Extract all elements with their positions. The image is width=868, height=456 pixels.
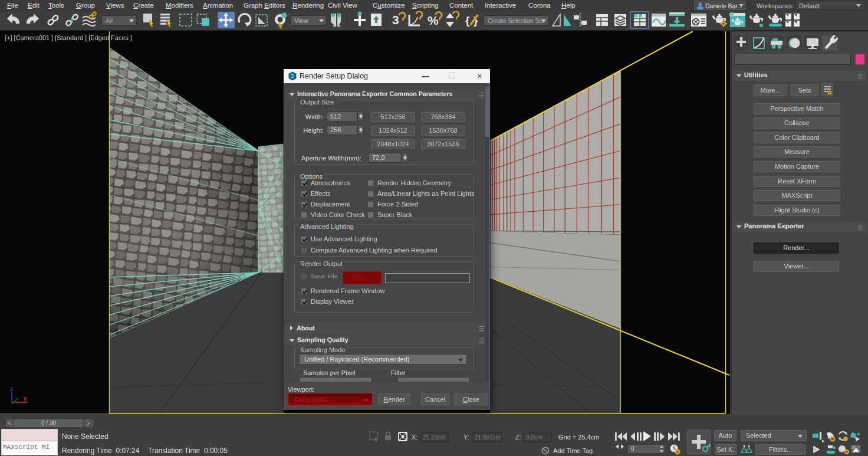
svg-text:%: %	[428, 14, 439, 27]
svg-text:[+] [Camera001 ] [Standard ] [: [+] [Camera001 ] [Standard ] [Edged Face…	[5, 34, 132, 41]
svg-text:x: x	[24, 395, 27, 402]
svg-text:3: 3	[392, 13, 399, 27]
svg-text:{: {	[465, 14, 469, 27]
svg-text:3: 3	[291, 73, 294, 80]
svg-text:z: z	[10, 386, 13, 392]
